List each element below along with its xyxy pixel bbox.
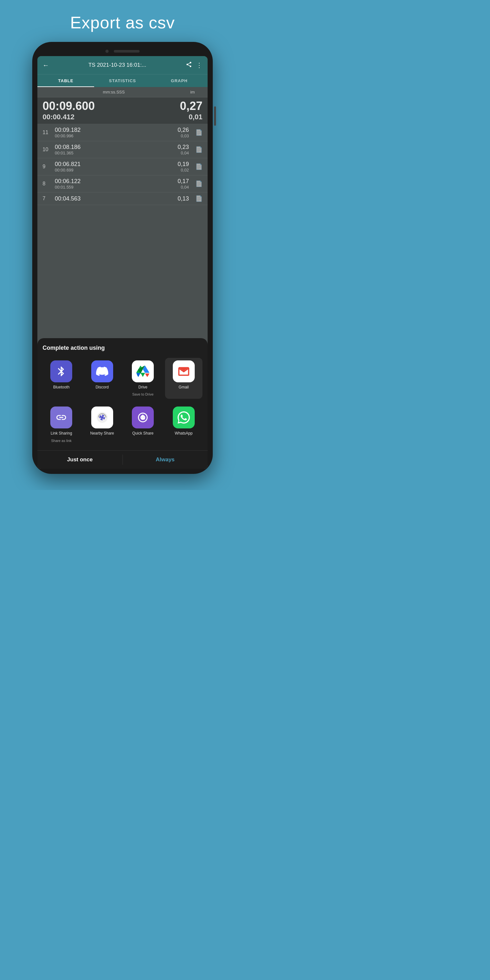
linksharing-label: Link Sharing bbox=[51, 431, 72, 436]
row-add-icon[interactable]: 📄 bbox=[196, 163, 202, 170]
share-apps-row1: Bluetooth Discord bbox=[43, 358, 202, 399]
camera-dot bbox=[105, 49, 109, 53]
page-title: Export as csv bbox=[70, 13, 175, 32]
row-num: 10 bbox=[43, 147, 52, 153]
tab-graph[interactable]: GRAPH bbox=[151, 75, 208, 87]
share-item-whatsapp[interactable]: WhatsApp bbox=[165, 404, 203, 445]
row-sub-val: 0,03 bbox=[181, 134, 189, 138]
share-item-gmail[interactable]: Gmail bbox=[165, 358, 203, 399]
drive-sublabel: Save to Drive bbox=[132, 392, 153, 396]
share-apps-row2: Link Sharing Share as link Nearby Share bbox=[43, 404, 202, 445]
nearbyshare-app-icon bbox=[91, 407, 113, 428]
tab-table[interactable]: TABLE bbox=[37, 75, 94, 87]
linksharing-app-icon bbox=[50, 407, 72, 428]
row-num: 11 bbox=[43, 130, 52, 135]
phone-top-bar bbox=[37, 47, 208, 56]
col1-label: mm:ss.SSS bbox=[52, 90, 175, 94]
gmail-app-icon bbox=[173, 360, 195, 382]
speaker-bar bbox=[114, 50, 140, 52]
phone-frame: ← TS 2021-10-23 16:01:... ⋮ TABLE STATIS… bbox=[32, 42, 213, 474]
tab-statistics[interactable]: STATISTICS bbox=[94, 75, 151, 87]
share-item-drive[interactable]: Drive Save to Drive bbox=[124, 358, 162, 399]
tabs-bar: TABLE STATISTICS GRAPH bbox=[37, 74, 208, 87]
always-button[interactable]: Always bbox=[123, 451, 208, 469]
col2-label: im bbox=[175, 90, 195, 94]
bluetooth-label: Bluetooth bbox=[53, 385, 70, 390]
phone-screen: ← TS 2021-10-23 16:01:... ⋮ TABLE STATIS… bbox=[37, 56, 208, 469]
bluetooth-app-icon bbox=[50, 360, 72, 382]
volume-button bbox=[214, 107, 216, 126]
summary-main-val: 0,27 bbox=[180, 99, 202, 113]
row-main-time: 00:09.182 bbox=[55, 127, 175, 134]
row-sub-time: 00:00.996 bbox=[55, 134, 175, 138]
table-row: 10 00:08.186 00:01.365 0,23 0,04 📄 bbox=[37, 141, 208, 158]
discord-label: Discord bbox=[95, 385, 109, 390]
share-sheet-title: Complete action using bbox=[43, 345, 202, 352]
whatsapp-label: WhatsApp bbox=[175, 431, 192, 436]
summary-sub-val: 0,01 bbox=[189, 113, 202, 121]
table-row: 8 00:06.122 00:01.559 0,17 0,04 📄 bbox=[37, 175, 208, 192]
quickshare-label: Quick Share bbox=[132, 431, 153, 436]
menu-button[interactable]: ⋮ bbox=[196, 61, 202, 69]
row-add-icon[interactable]: 📄 bbox=[196, 146, 202, 153]
quickshare-app-icon bbox=[132, 407, 154, 428]
svg-point-1 bbox=[101, 416, 103, 419]
app-bar-title: TS 2021-10-23 16:01:... bbox=[53, 62, 182, 68]
nearbyshare-label: Nearby Share bbox=[90, 431, 114, 436]
share-item-bluetooth[interactable]: Bluetooth bbox=[43, 358, 80, 399]
share-item-discord[interactable]: Discord bbox=[83, 358, 121, 399]
share-actions: Just once Always bbox=[37, 450, 208, 469]
row-add-icon[interactable]: 📄 bbox=[196, 129, 202, 136]
table-row: 11 00:09.182 00:00.996 0,26 0,03 📄 bbox=[37, 124, 208, 141]
summary-main-time: 00:09.600 bbox=[43, 99, 95, 113]
drive-app-icon bbox=[132, 360, 154, 382]
row-add-icon[interactable]: 📄 bbox=[196, 180, 202, 187]
summary-sub-time: 00:00.412 bbox=[43, 113, 75, 121]
just-once-button[interactable]: Just once bbox=[37, 451, 123, 469]
share-item-quickshare[interactable]: Quick Share bbox=[124, 404, 162, 445]
row-add-icon[interactable]: 📄 bbox=[196, 195, 202, 202]
share-item-nearbyshare[interactable]: Nearby Share bbox=[83, 404, 121, 445]
table-row: 9 00:06.821 00:00.699 0,19 0,02 📄 bbox=[37, 158, 208, 175]
linksharing-sublabel: Share as link bbox=[51, 439, 72, 442]
table-header: mm:ss.SSS im bbox=[37, 87, 208, 97]
discord-app-icon bbox=[91, 360, 113, 382]
drive-label: Drive bbox=[138, 385, 147, 390]
share-item-linksharing[interactable]: Link Sharing Share as link bbox=[43, 404, 80, 445]
back-button[interactable]: ← bbox=[43, 62, 49, 69]
share-button[interactable] bbox=[186, 61, 192, 69]
summary-row: 00:09.600 00:00.412 0,27 0,01 bbox=[37, 97, 208, 124]
app-bar: ← TS 2021-10-23 16:01:... ⋮ bbox=[37, 56, 208, 74]
whatsapp-app-icon bbox=[173, 407, 195, 428]
share-sheet: Complete action using Bluetooth bbox=[37, 338, 208, 469]
gmail-label: Gmail bbox=[178, 385, 189, 390]
table-row: 7 00:04.563 0,13 📄 bbox=[37, 192, 208, 205]
row-main-val: 0,26 bbox=[178, 127, 189, 134]
